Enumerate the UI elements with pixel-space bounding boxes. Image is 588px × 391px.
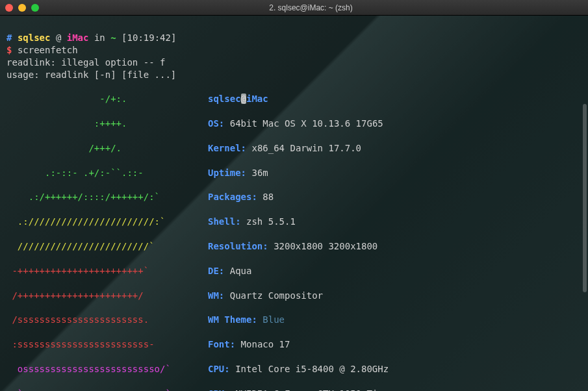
screenfetch-row: /++++++++++++++++++++++/WM: Quartz Compo… [6, 290, 582, 302]
error-line: usage: readlink [-n] [file ...] [6, 69, 176, 80]
prompt-hash: # [6, 32, 12, 43]
screenfetch-row: /+++/.Kernel: x86_64 Darwin 17.7.0 [6, 142, 582, 155]
logo-line: /++++++++++++++++++++++/ [6, 290, 208, 302]
logo-line: :++++. [6, 118, 208, 130]
info-os: OS: 64bit Mac OS X 10.13.6 17G65 [208, 118, 383, 130]
info-wmtheme: WM Theme: Blue [208, 314, 285, 326]
logo-line: .:///////////////////////:` [6, 216, 208, 228]
titlebar: 2. sqlsec@iMac: ~ (zsh) [0, 0, 588, 16]
info-resolution: Resolution: 3200x1800 3200x1800 [208, 240, 377, 253]
prompt-dollar: $ [6, 45, 12, 55]
screenfetch-row: :ssssssssssssssssssssssss-Font: Monaco 1… [6, 338, 582, 351]
info-kernel: Kernel: x86_64 Darwin 17.7.0 [208, 142, 361, 155]
screenfetch-row: ////////////////////////`Resolution: 320… [6, 240, 582, 253]
close-icon[interactable] [5, 4, 13, 12]
screenfetch-row: .:-::- .+/:-``.::-Uptime: 36m [6, 167, 582, 179]
logo-line: -/+:. [6, 93, 208, 105]
info-cpu: CPU: Intel Core i5-8400 @ 2.80GHz [208, 363, 389, 375]
logo-line: osssssssssssssssssssssssso/` [6, 363, 208, 375]
prompt-user: sqlsec [18, 32, 51, 43]
screenfetch-row: :++++.OS: 64bit Mac OS X 10.13.6 17G65 [6, 118, 582, 130]
maximize-icon[interactable] [31, 4, 39, 12]
screenfetch-row: -+++++++++++++++++++++++`DE: Aqua [6, 265, 582, 277]
screenfetch-row: .:/++++++/::::/++++++/:`Packages: 88 [6, 191, 582, 203]
info-wm: WM: Quartz Compositor [208, 290, 323, 302]
info-gpu: GPU: NVIDIA GeForce GTX 1050 Ti [208, 388, 377, 391]
logo-line: /sssssssssssssssssssssss. [6, 314, 208, 326]
scrollbar[interactable] [583, 104, 587, 292]
prompt-at: @ [56, 32, 61, 43]
window-title: 2. sqlsec@iMac: ~ (zsh) [39, 3, 583, 12]
logo-line: .:-::- .+/:-``.::- [6, 167, 208, 179]
minimize-icon[interactable] [18, 4, 26, 12]
screenfetch-row: .:///////////////////////:`Shell: zsh 5.… [6, 216, 582, 228]
command-text: screenfetch [18, 45, 78, 55]
prompt-time: [10:19:42] [121, 32, 176, 43]
logo-line: ////////////////////////` [6, 240, 208, 253]
prompt-in: in [94, 32, 105, 43]
logo-line: /+++/. [6, 142, 208, 155]
screenfetch-row: `syyyyyyyyyyyyyyyyyyyyyyyy+`GPU: NVIDIA … [6, 388, 582, 391]
info-uptime: Uptime: 36m [208, 167, 268, 179]
info-de: DE: Aqua [208, 265, 251, 277]
screenfetch-row: -/+:.sqlsec@iMac [6, 93, 582, 105]
info-userhost: sqlsec@iMac [208, 93, 268, 105]
info-packages: Packages: 88 [208, 191, 274, 203]
prompt-host: iMac [67, 32, 89, 43]
info-shell: Shell: zsh 5.5.1 [208, 216, 296, 228]
logo-line: -+++++++++++++++++++++++` [6, 265, 208, 277]
screenfetch-row: /sssssssssssssssssssssss.WM Theme: Blue [6, 314, 582, 326]
error-line: readlink: illegal option -- f [6, 57, 165, 68]
logo-line: .:/++++++/::::/++++++/:` [6, 191, 208, 203]
logo-line: :ssssssssssssssssssssssss- [6, 338, 208, 351]
info-font: Font: Monaco 17 [208, 338, 290, 351]
logo-line: `syyyyyyyyyyyyyyyyyyyyyyyy+` [6, 388, 208, 391]
traffic-lights [5, 4, 39, 12]
terminal-output[interactable]: # sqlsec @ iMac in ~ [10:19:42] $ screen… [0, 16, 588, 391]
screenfetch-row: osssssssssssssssssssssssso/`CPU: Intel C… [6, 363, 582, 375]
prompt-path: ~ [110, 32, 116, 43]
